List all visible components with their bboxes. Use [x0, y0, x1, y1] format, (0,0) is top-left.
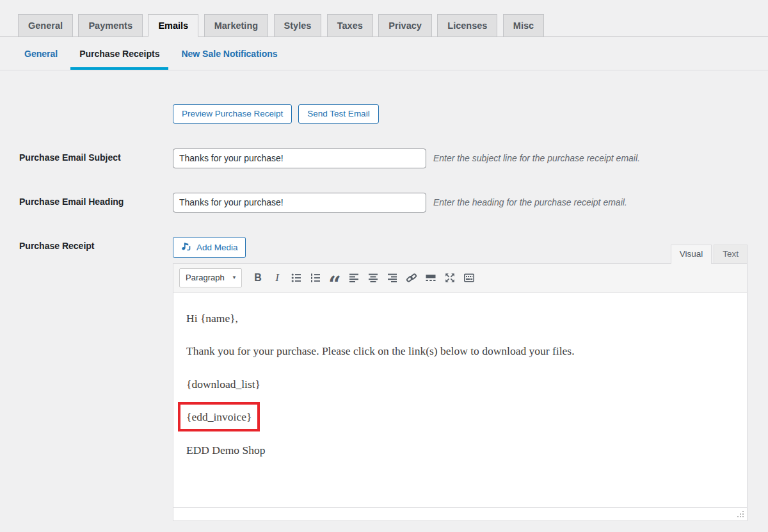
- fullscreen-icon[interactable]: [441, 269, 459, 287]
- purchase-email-subject-row: Purchase Email Subject Enter the subject…: [19, 149, 748, 168]
- settings-tab-bar: General Payments Emails Marketing Styles…: [0, 0, 768, 37]
- purchase-receipt-row: Purchase Receipt: [19, 237, 748, 521]
- blockquote-icon[interactable]: “: [326, 269, 344, 287]
- editor-toolbar: Paragraph ▼ B I: [173, 264, 747, 293]
- tab-privacy[interactable]: Privacy: [378, 14, 432, 37]
- italic-button[interactable]: I: [268, 269, 286, 287]
- edd-settings-page: General Payments Emails Marketing Styles…: [0, 0, 768, 521]
- tab-emails[interactable]: Emails: [148, 14, 198, 37]
- edd-invoice-tag-highlight: {edd_invoice}: [186, 410, 252, 423]
- subtab-new-sale-notifications[interactable]: New Sale Notifications: [172, 37, 286, 70]
- purchase-receipts-form: Preview Purchase Receipt Send Test Email…: [0, 70, 768, 521]
- editor-visual-tab[interactable]: Visual: [671, 245, 712, 264]
- editor-resize-handle[interactable]: [736, 510, 745, 519]
- wp-editor: Add Media Visual Text Paragraph ▼: [173, 237, 748, 521]
- editor-top-bar: Add Media Visual Text: [173, 237, 748, 263]
- receipt-paragraph: {edd_invoice}: [186, 410, 734, 424]
- receipt-paragraph: {download_list}: [186, 378, 734, 391]
- purchase-email-subject-label: Purchase Email Subject: [19, 149, 173, 168]
- receipt-paragraph: Thank you for your purchase. Please clic…: [186, 344, 734, 358]
- tab-taxes[interactable]: Taxes: [327, 14, 373, 37]
- receipt-paragraph: EDD Demo Shop: [186, 444, 734, 457]
- media-note-icon: [180, 241, 192, 254]
- purchase-email-heading-label: Purchase Email Heading: [19, 193, 173, 213]
- editor-frame: Paragraph ▼ B I: [173, 263, 748, 521]
- tab-payments[interactable]: Payments: [78, 14, 143, 37]
- receipt-actions-row: Preview Purchase Receipt Send Test Email: [173, 104, 748, 124]
- editor-content-area[interactable]: Hi {name}, Thank you for your purchase. …: [173, 293, 747, 507]
- chevron-down-icon: ▼: [232, 275, 237, 280]
- send-test-email-button[interactable]: Send Test Email: [298, 104, 378, 124]
- tab-misc[interactable]: Misc: [503, 14, 544, 37]
- editor-text-tab[interactable]: Text: [714, 245, 748, 264]
- tab-general[interactable]: General: [18, 14, 73, 37]
- editor-status-bar: [173, 507, 747, 520]
- purchase-email-heading-row: Purchase Email Heading Enter the heading…: [19, 193, 748, 213]
- purchase-receipt-label: Purchase Receipt: [19, 237, 173, 521]
- numbered-list-icon[interactable]: [307, 269, 324, 287]
- bulleted-list-icon[interactable]: [287, 269, 305, 287]
- add-media-button[interactable]: Add Media: [173, 237, 246, 258]
- tab-styles[interactable]: Styles: [274, 14, 322, 37]
- subtab-general[interactable]: General: [15, 37, 67, 70]
- purchase-email-subject-input[interactable]: [173, 149, 426, 168]
- align-left-icon[interactable]: [345, 269, 363, 287]
- tab-marketing[interactable]: Marketing: [204, 14, 269, 37]
- toolbar-toggle-icon[interactable]: [460, 269, 478, 287]
- paragraph-format-select[interactable]: Paragraph ▼: [179, 268, 242, 287]
- align-center-icon[interactable]: [364, 269, 382, 287]
- purchase-email-heading-hint: Enter the heading for the purchase recei…: [433, 197, 627, 207]
- align-right-icon[interactable]: [383, 269, 401, 287]
- purchase-email-heading-input[interactable]: [173, 193, 426, 213]
- add-media-label: Add Media: [196, 243, 238, 252]
- preview-purchase-receipt-button[interactable]: Preview Purchase Receipt: [173, 104, 292, 124]
- tab-licenses[interactable]: Licenses: [437, 14, 497, 37]
- paragraph-format-value: Paragraph: [186, 273, 225, 282]
- editor-mode-tabs: Visual Text: [671, 245, 748, 263]
- link-icon[interactable]: [403, 269, 420, 287]
- emails-subtab-bar: General Purchase Receipts New Sale Notif…: [0, 37, 768, 70]
- receipt-paragraph: Hi {name},: [186, 312, 734, 325]
- bold-button[interactable]: B: [249, 269, 267, 287]
- purchase-email-subject-hint: Enter the subject line for the purchase …: [433, 153, 640, 163]
- subtab-purchase-receipts[interactable]: Purchase Receipts: [70, 37, 168, 70]
- insert-more-tag-icon[interactable]: [422, 269, 440, 287]
